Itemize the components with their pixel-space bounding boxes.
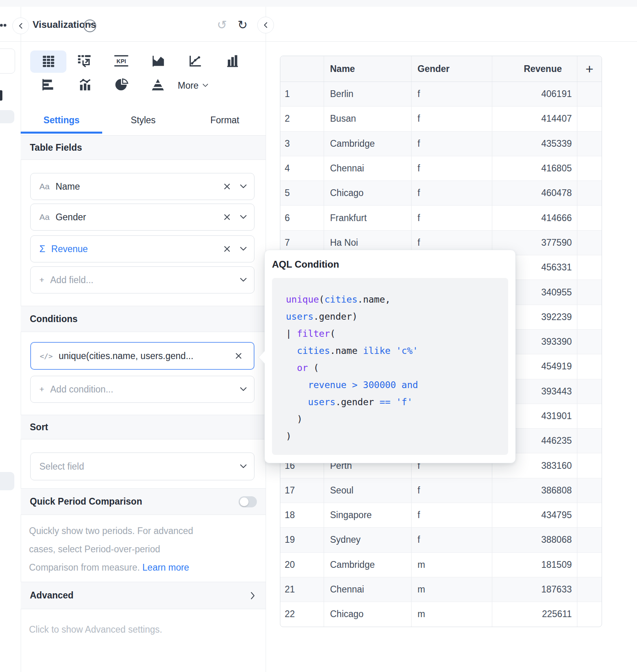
rail-item[interactable]: [0, 49, 15, 74]
column-header-name[interactable]: Name: [324, 56, 411, 82]
section-header-advanced[interactable]: Advanced: [21, 582, 266, 609]
cell-name: Chennai: [324, 577, 411, 602]
table-row: 17Seoulf386808: [280, 478, 602, 503]
viz-type-bar-chart-button[interactable]: [33, 74, 63, 97]
remove-condition-icon[interactable]: [235, 352, 243, 360]
row-number: 21: [280, 577, 324, 602]
cell-gender: f: [411, 478, 492, 503]
section-header-sort: Sort: [21, 415, 266, 439]
cell-name: Cambridge: [324, 132, 411, 156]
viz-type-pie-chart-button[interactable]: [107, 74, 137, 97]
row-number: 3: [280, 132, 324, 156]
viz-type-more-button[interactable]: More: [178, 80, 208, 91]
dimension-text-icon: Aa: [39, 182, 50, 191]
condition-chip-label: unique(cities.name, users.gend...: [59, 351, 235, 361]
drag-handle-dot: [4, 24, 6, 27]
field-chip-revenue[interactable]: ΣRevenue: [30, 235, 254, 262]
cell-gender: f: [411, 206, 492, 230]
viz-type-table-button[interactable]: [30, 50, 66, 73]
condition-chip[interactable]: </> unique(cities.name, users.gend...: [30, 342, 254, 370]
advanced-hint: Click to show Advanced settings.: [29, 624, 162, 635]
section-header-conditions: Conditions: [21, 306, 266, 332]
chevron-down-icon: [240, 184, 247, 189]
viz-type-combo-chart-button[interactable]: [70, 74, 100, 97]
visualizations-panel: KPIMore SettingsStylesFormat Table Field…: [21, 0, 266, 672]
aql-code-block: unique(cities.name,users.gender)| filter…: [272, 278, 508, 455]
viz-type-area-chart-button[interactable]: [143, 50, 173, 73]
viz-type-pyramid-chart-button[interactable]: [143, 74, 173, 97]
remove-field-icon[interactable]: [223, 213, 231, 221]
table-row: 18Singaporef434795: [280, 503, 602, 528]
add-condition-button[interactable]: + Add condition...: [30, 376, 254, 403]
cell-name: Singapore: [324, 503, 411, 527]
row-number: 20: [280, 553, 324, 577]
table-row: 4Chennaif416805: [280, 156, 602, 181]
cell-revenue: 416805: [492, 156, 577, 181]
collapse-panel-button[interactable]: [257, 17, 274, 33]
cell-revenue: 388068: [492, 528, 577, 552]
column-header-revenue[interactable]: Revenue: [492, 56, 577, 82]
add-field-button[interactable]: +Add field...: [30, 266, 254, 293]
table-row: 19Sydneyf388068: [280, 528, 602, 552]
viz-type-pivot-table-button[interactable]: [69, 50, 99, 73]
viz-type-kpi-button[interactable]: KPI: [106, 50, 136, 73]
tab-settings[interactable]: Settings: [21, 107, 102, 133]
add-column-button[interactable]: +: [577, 56, 602, 82]
row-number: 17: [280, 478, 324, 503]
row-number: 6: [280, 206, 324, 230]
dimension-text-icon: Aa: [39, 212, 50, 222]
row-number: 2: [280, 107, 324, 131]
field-chip-gender[interactable]: AaGender: [30, 204, 254, 231]
sort-field-select[interactable]: Select field: [30, 453, 254, 480]
column-header-gender[interactable]: Gender: [411, 56, 492, 82]
cell-name: Frankfurt: [324, 206, 411, 230]
cell-name: Chennai: [324, 156, 411, 181]
pivot-table-icon: [76, 53, 92, 70]
learn-more-link[interactable]: Learn more: [142, 562, 189, 573]
aql-code-line: revenue > 300000 and: [286, 377, 508, 394]
aql-condition-popover: AQL Condition unique(cities.name,users.g…: [264, 250, 516, 463]
tab-styles[interactable]: Styles: [102, 107, 184, 133]
rail-item[interactable]: [0, 472, 14, 490]
aql-code-line: or (: [286, 359, 508, 377]
aql-code-line: cities.name ilike 'c%': [286, 342, 508, 359]
chevron-down-icon: [240, 387, 247, 392]
cell-gender: f: [411, 132, 492, 156]
section-header-quick-period-comparison: Quick Period Comparison: [21, 488, 266, 515]
popover-title: AQL Condition: [272, 259, 339, 270]
cell-gender: f: [411, 181, 492, 205]
collapse-sidebar-button[interactable]: [12, 17, 29, 34]
remove-field-icon[interactable]: [223, 245, 231, 253]
line-chart-icon: [187, 53, 203, 70]
cell-revenue: 406191: [492, 82, 577, 106]
cell-revenue: 414407: [492, 107, 577, 131]
cell-gender: f: [411, 528, 492, 552]
table-row: 1Berlinf406191: [280, 82, 602, 107]
row-number: 4: [280, 156, 324, 181]
cell-gender: m: [411, 602, 492, 626]
cell-gender: f: [411, 503, 492, 527]
cell-revenue: 187633: [492, 577, 577, 602]
row-number: 22: [280, 602, 324, 626]
viz-type-column-chart-button[interactable]: [217, 50, 247, 73]
kpi-icon: KPI: [113, 53, 130, 70]
viz-type-line-chart-button[interactable]: [180, 50, 210, 73]
quick-period-comparison-toggle[interactable]: [239, 496, 257, 507]
toggle-knob: [240, 497, 249, 506]
cell-name: Chicago: [324, 602, 411, 626]
cell-revenue: 386808: [492, 478, 577, 503]
remove-field-icon[interactable]: [223, 183, 231, 190]
measure-sigma-icon: Σ: [39, 243, 45, 254]
field-chip-name[interactable]: AaName: [30, 173, 254, 200]
cell-gender: f: [411, 156, 492, 181]
rail-active-marker: [0, 90, 2, 101]
cell-revenue: 460478: [492, 181, 577, 205]
tab-format[interactable]: Format: [184, 107, 266, 133]
aql-code-line: ): [286, 428, 508, 445]
rail-item[interactable]: [0, 110, 14, 123]
table-row: 22Chicagom225611: [280, 602, 602, 626]
quick-period-comparison-description: Quickly show two periods. For advanced c…: [29, 522, 247, 577]
field-chip-label: Revenue: [51, 244, 223, 254]
cell-gender: f: [411, 107, 492, 131]
cell-revenue: 434795: [492, 503, 577, 527]
